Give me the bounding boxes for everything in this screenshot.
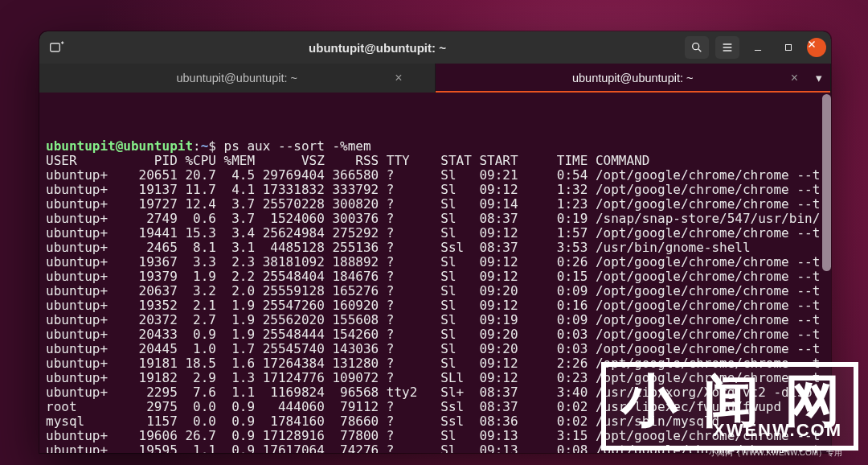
tab-1[interactable]: ubuntupit@ubuntupit: ~ × ▾ xyxy=(436,64,832,93)
ps-row: ubuntup+ 19367 3.3 2.3 38181092 188892 ?… xyxy=(46,255,825,270)
tab-menu-icon[interactable]: ▾ xyxy=(816,72,822,84)
close-tab-icon[interactable]: × xyxy=(395,71,402,85)
ps-row: ubuntup+ 20372 2.7 1.9 25562020 155608 ?… xyxy=(46,313,825,327)
svg-rect-0 xyxy=(51,43,60,51)
ps-row: ubuntup+ 19606 26.7 0.9 17128916 77800 ?… xyxy=(46,429,825,443)
ps-row: ubuntup+ 2295 7.6 1.1 1169824 96568 tty2… xyxy=(46,385,825,400)
ps-row: root 2975 0.0 0.9 444060 79112 ? Ssl 08:… xyxy=(46,400,825,414)
ps-row: ubuntup+ 20433 0.9 1.9 25548444 154260 ?… xyxy=(46,327,825,342)
svg-line-4 xyxy=(698,49,701,51)
ps-row: ubuntup+ 2749 0.6 3.7 1524060 300376 ? S… xyxy=(46,212,825,226)
svg-point-3 xyxy=(693,43,699,50)
new-tab-button[interactable] xyxy=(44,36,70,59)
tabs-bar: ubuntupit@ubuntupit: ~ × ubuntupit@ubunt… xyxy=(39,64,831,93)
window-title: ubuntupit@ubuntupit: ~ xyxy=(70,41,685,55)
close-button[interactable] xyxy=(807,38,826,57)
ps-row: ubuntup+ 19182 2.9 1.3 17124776 109072 ?… xyxy=(46,371,825,385)
tab-label: ubuntupit@ubuntupit: ~ xyxy=(176,72,297,84)
tab-label: ubuntupit@ubuntupit: ~ xyxy=(572,72,694,84)
svg-rect-9 xyxy=(786,45,792,51)
tab-0[interactable]: ubuntupit@ubuntupit: ~ × xyxy=(39,64,436,93)
search-button[interactable] xyxy=(685,36,709,59)
titlebar: ubuntupit@ubuntupit: ~ xyxy=(39,31,831,64)
ps-row: ubuntup+ 19727 12.4 3.7 25570228 300820 … xyxy=(46,197,825,212)
terminal-window: ubuntupit@ubuntupit: ~ ubuntupit@ubuntup… xyxy=(39,31,831,453)
ps-row: ubuntup+ 19441 15.3 3.4 25624984 275292 … xyxy=(46,226,825,241)
ps-row: ubuntup+ 2465 8.1 3.1 4485128 255136 ? S… xyxy=(46,241,825,255)
terminal-body[interactable]: ubuntupit@ubuntupit:~$ ps aux --sort -%m… xyxy=(39,93,831,453)
ps-row: ubuntup+ 19379 1.9 2.2 25548404 184676 ?… xyxy=(46,270,825,284)
scrollbar[interactable] xyxy=(822,94,831,271)
maximize-button[interactable] xyxy=(776,36,800,59)
minimize-button[interactable] xyxy=(746,36,770,59)
ps-row: ubuntup+ 19352 2.1 1.9 25547260 160920 ?… xyxy=(46,298,825,313)
ps-row: ubuntup+ 19595 1.1 0.9 17617064 74276 ? … xyxy=(46,443,825,453)
ps-row: ubuntup+ 19181 18.5 1.6 17264384 131280 … xyxy=(46,356,825,371)
ps-row: ubuntup+ 20445 1.0 1.7 25545740 143036 ?… xyxy=(46,342,825,356)
close-tab-icon[interactable]: × xyxy=(791,71,798,85)
ps-header: USER PID %CPU %MEM VSZ RSS TTY STAT STAR… xyxy=(46,154,825,168)
ps-row: ubuntup+ 20651 20.7 4.5 29769404 366580 … xyxy=(46,168,825,183)
ps-row: mysql 1157 0.0 0.9 1784160 78660 ? Ssl 0… xyxy=(46,414,825,429)
ps-row: ubuntup+ 19137 11.7 4.1 17331832 333792 … xyxy=(46,183,825,197)
menu-button[interactable] xyxy=(715,36,739,59)
prompt-line: ubuntupit@ubuntupit:~$ ps aux --sort -%m… xyxy=(46,139,825,154)
ps-row: ubuntup+ 20637 3.2 2.0 25559128 165276 ?… xyxy=(46,284,825,298)
